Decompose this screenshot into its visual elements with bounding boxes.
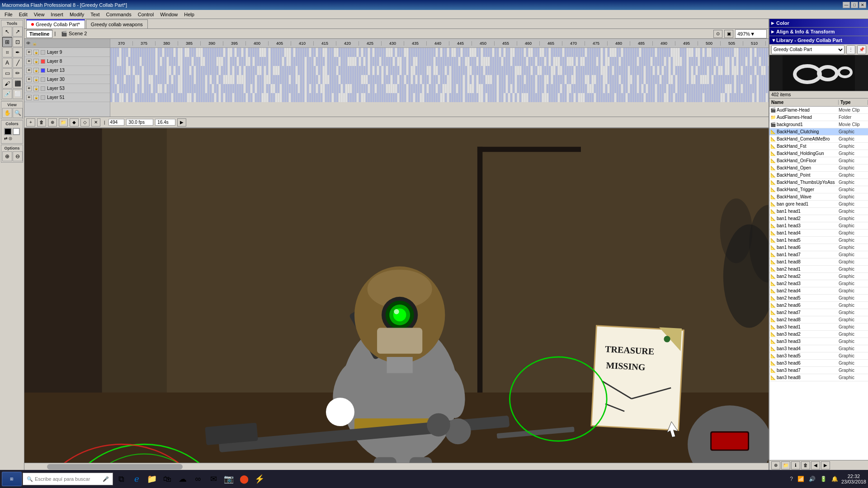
lib-new-symbol-button[interactable]: ⊕ bbox=[771, 461, 780, 469]
file-explorer-icon[interactable]: 📁 bbox=[145, 472, 159, 486]
layer-row[interactable]: 👁 🔒 Layer 51 bbox=[24, 93, 110, 102]
layer-row[interactable]: 👁 🔒 Layer 9 bbox=[24, 48, 110, 57]
layer-lock[interactable]: 🔒 bbox=[33, 77, 39, 82]
layer-visibility[interactable]: 👁 bbox=[26, 50, 32, 55]
library-item[interactable]: 📐 ban3 head3 Graphic bbox=[769, 338, 868, 345]
menu-item-window[interactable]: Window bbox=[157, 11, 180, 18]
question-icon[interactable]: ? bbox=[788, 476, 794, 482]
library-item[interactable]: 📐 ban2 head5 Graphic bbox=[769, 295, 868, 302]
add-motion-guide-button[interactable]: ⊕ bbox=[48, 118, 57, 127]
layer-row[interactable]: 👁 🔒 Layer 53 bbox=[24, 84, 110, 93]
battery-icon[interactable]: 🔋 bbox=[819, 476, 828, 482]
library-item[interactable]: 📐 ban3 head1 Graphic bbox=[769, 324, 868, 331]
library-select[interactable]: Greedy Collab Part bbox=[771, 45, 844, 54]
flash-icon[interactable]: ⚡ bbox=[252, 472, 267, 486]
pencil-tool[interactable]: ✏ bbox=[13, 68, 23, 78]
store-icon[interactable]: 🛍 bbox=[160, 472, 175, 486]
eyedropper-tool[interactable]: 💉 bbox=[2, 89, 12, 99]
text-tool[interactable]: A bbox=[2, 58, 12, 68]
layer-visibility[interactable]: 👁 bbox=[26, 59, 32, 64]
app-icon-2[interactable]: ∞ bbox=[191, 472, 205, 486]
layer-visibility[interactable]: 👁 bbox=[26, 95, 32, 100]
hand-tool[interactable]: ✋ bbox=[2, 108, 12, 118]
eye-icon[interactable]: 👁 bbox=[26, 41, 30, 46]
brush-tool[interactable]: 🖌 bbox=[2, 79, 12, 89]
tl-icon-2[interactable]: ▣ bbox=[724, 30, 733, 38]
add-layer-button[interactable]: + bbox=[26, 118, 35, 127]
layer-lock[interactable]: 🔒 bbox=[33, 50, 39, 55]
volume-icon[interactable]: 🔊 bbox=[807, 476, 817, 482]
zoom-dropdown-arrow[interactable]: ▼ bbox=[750, 31, 755, 37]
library-item[interactable]: 📐 BackHand_ThumbsUpYoAss Graphic bbox=[769, 179, 868, 186]
lib-delete-button[interactable]: 🗑 bbox=[801, 461, 810, 469]
free-transform-tool[interactable]: ⊞ bbox=[2, 37, 12, 47]
close-button[interactable]: ✕ bbox=[859, 2, 866, 8]
library-item[interactable]: 📐 ban3 head8 Graphic bbox=[769, 374, 868, 381]
network-icon[interactable]: 📶 bbox=[796, 476, 806, 482]
library-panel-header[interactable]: ▼ Library - Greedy Collab Part bbox=[769, 36, 868, 44]
email-icon[interactable]: ✉ bbox=[206, 472, 221, 486]
delete-layer-button[interactable]: 🗑 bbox=[37, 118, 46, 127]
library-item[interactable]: 📐 ban1 head5 Graphic bbox=[769, 237, 868, 244]
library-item[interactable]: 📐 ban3 head5 Graphic bbox=[769, 352, 868, 360]
library-item[interactable]: 🎬 background1 Movie Clip bbox=[769, 121, 868, 128]
library-item[interactable]: 📐 BackHand_Open Graphic bbox=[769, 164, 868, 172]
lib-properties-button[interactable]: ℹ bbox=[791, 461, 800, 469]
library-item[interactable]: 📐 ban1 head7 Graphic bbox=[769, 251, 868, 258]
library-item[interactable]: 📐 BackHand_Clutching Graphic bbox=[769, 128, 868, 136]
task-view-button[interactable]: ⧉ bbox=[114, 472, 128, 486]
library-item[interactable]: 📐 ban2 head8 Graphic bbox=[769, 316, 868, 324]
library-item[interactable]: 📐 BackHand_Fst Graphic bbox=[769, 143, 868, 150]
layer-row[interactable]: 👁 🔒 Layer 8 bbox=[24, 57, 110, 66]
layer-lock[interactable]: 🔒 bbox=[33, 95, 39, 100]
library-item[interactable]: 📐 ban1 head2 Graphic bbox=[769, 215, 868, 222]
pen-tool[interactable]: ✒ bbox=[13, 47, 23, 57]
microphone-icon[interactable]: 🎤 bbox=[103, 476, 109, 482]
library-item[interactable]: 📐 ban2 head3 Graphic bbox=[769, 280, 868, 287]
layer-row[interactable]: 👁 🔒 Layer 30 bbox=[24, 75, 110, 84]
tl-icon-1[interactable]: ⊙ bbox=[713, 30, 722, 38]
library-options-button[interactable]: ⋮ bbox=[846, 45, 855, 54]
notification-icon[interactable]: 🔔 bbox=[830, 476, 840, 482]
library-item[interactable]: 📐 ban1 head4 Graphic bbox=[769, 230, 868, 237]
start-button[interactable]: ⊞ bbox=[2, 472, 22, 486]
library-item[interactable]: 📐 ban1 head1 Graphic bbox=[769, 208, 868, 215]
maximize-button[interactable]: □ bbox=[851, 2, 858, 8]
library-item[interactable]: 🎬 AudFlame-Head Movie Clip bbox=[769, 107, 868, 114]
minimize-button[interactable]: — bbox=[843, 2, 850, 8]
search-input[interactable] bbox=[35, 476, 101, 482]
add-folder-button[interactable]: 📁 bbox=[59, 118, 68, 127]
lib-arrow-left[interactable]: ◀ bbox=[811, 461, 820, 469]
library-item[interactable]: 📐 ban2 head1 Graphic bbox=[769, 266, 868, 273]
menu-item-view[interactable]: View bbox=[31, 11, 47, 18]
frame-number-input[interactable] bbox=[108, 119, 124, 126]
zoom-out-option[interactable]: ⊖ bbox=[13, 151, 23, 161]
layer-row[interactable]: 👁 🔒 Layer 13 bbox=[24, 66, 110, 75]
library-item[interactable]: 📐 ban1 head3 Graphic bbox=[769, 222, 868, 230]
frame-cell[interactable] bbox=[768, 84, 769, 93]
rect-tool[interactable]: ▭ bbox=[2, 68, 12, 78]
frame-cell[interactable] bbox=[768, 66, 769, 75]
layer-visibility[interactable]: 👁 bbox=[26, 77, 32, 82]
frame-cell[interactable] bbox=[768, 48, 769, 57]
stroke-color[interactable] bbox=[4, 128, 12, 135]
menu-item-control[interactable]: Control bbox=[135, 11, 156, 18]
layer-lock[interactable]: 🔒 bbox=[33, 68, 39, 73]
library-item[interactable]: 📐 ban2 head6 Graphic bbox=[769, 302, 868, 309]
play-button[interactable]: ▶ bbox=[177, 118, 186, 127]
lib-arrow-right[interactable]: ▶ bbox=[821, 461, 830, 469]
menu-item-file[interactable]: File bbox=[2, 11, 15, 18]
library-item[interactable]: 📐 BackHand_Point Graphic bbox=[769, 172, 868, 179]
menu-item-commands[interactable]: Commands bbox=[103, 11, 134, 18]
lasso-tool[interactable]: ⌗ bbox=[2, 47, 12, 57]
edge-browser-icon[interactable]: ℯ bbox=[129, 472, 144, 486]
scroll-thumb[interactable] bbox=[47, 464, 183, 469]
menu-item-edit[interactable]: Edit bbox=[16, 11, 30, 18]
library-item[interactable]: 📐 ban1 head6 Graphic bbox=[769, 244, 868, 251]
frame-cell[interactable] bbox=[768, 93, 769, 102]
timeline-tab[interactable]: Timeline bbox=[26, 30, 52, 38]
clock[interactable]: 22:32 23/03/2018 bbox=[841, 474, 866, 484]
library-item[interactable]: 📐 ban2 head4 Graphic bbox=[769, 287, 868, 295]
menu-item-text[interactable]: Text bbox=[88, 11, 102, 18]
library-item[interactable]: 📐 ban2 head7 Graphic bbox=[769, 309, 868, 316]
